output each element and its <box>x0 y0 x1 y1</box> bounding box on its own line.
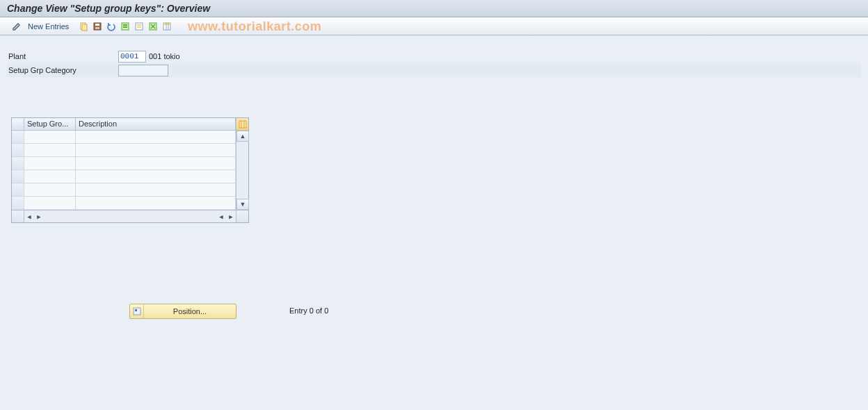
form-row-category: Setup Grp Category <box>7 63 861 77</box>
col-header-description[interactable]: Description <box>76 118 236 130</box>
horizontal-scrollbar[interactable]: ◄ ► ◄ ► <box>12 210 248 222</box>
position-button-label: Position... <box>144 307 236 315</box>
row-selector[interactable] <box>12 183 24 196</box>
plant-description: 001 tokio <box>149 52 180 60</box>
scroll-left-icon[interactable]: ◄ <box>24 212 34 222</box>
table-config-icon[interactable] <box>236 118 248 130</box>
row-selector[interactable] <box>12 131 24 143</box>
entry-status: Entry 0 of 0 <box>289 306 328 315</box>
plant-input[interactable] <box>118 51 146 63</box>
svg-rect-9 <box>137 24 141 26</box>
undo-icon[interactable] <box>105 20 118 33</box>
table-row[interactable] <box>12 170 236 183</box>
cell[interactable] <box>76 157 236 170</box>
form-row-plant: Plant 001 tokio <box>7 49 861 63</box>
row-selector[interactable] <box>12 170 24 183</box>
svg-rect-4 <box>95 27 99 29</box>
category-input[interactable] <box>118 65 168 76</box>
form-area: Plant 001 tokio Setup Grp Category <box>0 49 868 77</box>
content-area: Plant 001 tokio Setup Grp Category Setup… <box>0 35 868 410</box>
category-label: Setup Grp Category <box>7 66 118 74</box>
col-header-setup-group[interactable]: Setup Gro... <box>24 118 76 130</box>
row-selector[interactable] <box>12 144 24 156</box>
grid-select-all[interactable] <box>12 118 24 130</box>
scroll-right-icon[interactable]: ► <box>226 212 236 222</box>
grid-rows <box>12 131 236 210</box>
scroll-up-icon[interactable]: ▲ <box>236 131 249 142</box>
cell[interactable] <box>24 131 76 143</box>
app-toolbar: New Entries www.tutorialkart.com <box>0 17 868 35</box>
svg-rect-20 <box>135 309 137 311</box>
svg-rect-7 <box>123 26 127 28</box>
svg-rect-13 <box>163 23 170 25</box>
cell[interactable] <box>24 183 76 196</box>
cell[interactable] <box>76 131 236 143</box>
new-entries-button[interactable]: New Entries <box>28 22 69 31</box>
plant-label: Plant <box>7 52 118 60</box>
svg-rect-6 <box>123 24 127 26</box>
edit-icon[interactable] <box>11 21 22 32</box>
svg-rect-10 <box>137 26 141 28</box>
row-selector[interactable] <box>12 197 24 209</box>
grid-body: ▲ ▼ <box>12 131 248 210</box>
scroll-corner <box>236 211 248 222</box>
deselect-all-icon[interactable] <box>147 20 159 33</box>
cell[interactable] <box>24 157 76 170</box>
watermark-text: www.tutorialkart.com <box>188 17 321 35</box>
select-block-icon[interactable] <box>133 20 145 33</box>
cell[interactable] <box>24 170 76 183</box>
svg-rect-1 <box>82 24 87 31</box>
cell[interactable] <box>76 170 236 183</box>
app-window: Change View "Setup group keys": Overview… <box>0 0 868 410</box>
scroll-down-icon[interactable]: ▼ <box>236 199 249 210</box>
cell[interactable] <box>24 197 76 209</box>
copy-icon[interactable] <box>77 20 90 33</box>
table-row[interactable] <box>12 144 236 157</box>
grid-header: Setup Gro... Description <box>12 118 248 131</box>
vertical-scrollbar[interactable]: ▲ ▼ <box>236 131 248 210</box>
save-icon[interactable] <box>91 20 104 33</box>
scroll-track[interactable]: ◄ ► ◄ ► <box>24 211 236 222</box>
table-row[interactable] <box>12 157 236 170</box>
position-button[interactable]: Position... <box>129 304 236 319</box>
cell[interactable] <box>76 144 236 156</box>
cell[interactable] <box>24 144 76 156</box>
table-settings-icon[interactable] <box>161 20 173 33</box>
scroll-corner <box>12 211 24 222</box>
scroll-left-icon[interactable]: ◄ <box>216 212 226 222</box>
svg-rect-3 <box>95 24 99 26</box>
cell[interactable] <box>76 197 236 209</box>
select-all-icon[interactable] <box>119 20 131 33</box>
table-row[interactable] <box>12 131 236 144</box>
table-row[interactable] <box>12 197 236 210</box>
svg-rect-16 <box>239 121 246 128</box>
table-row[interactable] <box>12 183 236 197</box>
row-selector[interactable] <box>12 157 24 170</box>
data-grid: Setup Gro... Description <box>11 117 249 223</box>
scroll-right-icon[interactable]: ► <box>34 212 44 222</box>
cell[interactable] <box>76 183 236 196</box>
page-title: Change View "Setup group keys": Overview <box>0 0 868 17</box>
position-icon <box>130 304 144 318</box>
